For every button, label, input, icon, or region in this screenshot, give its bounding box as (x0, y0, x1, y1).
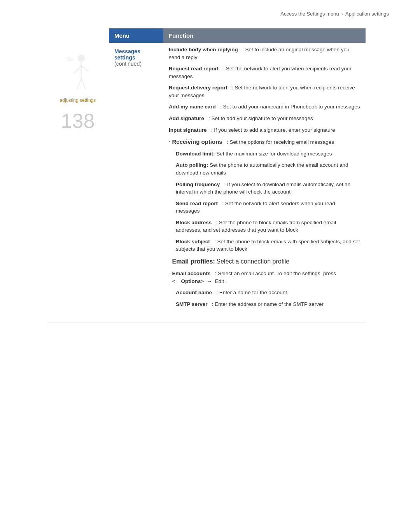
page-number: 138 (61, 109, 95, 133)
figure-icon (62, 52, 93, 94)
item-term: Add signature (169, 115, 204, 121)
item-term: Send read report (176, 201, 218, 206)
item-term: Request delivery report (169, 85, 228, 91)
svg-line-3 (81, 66, 88, 72)
item-term: Receiving options (172, 138, 222, 145)
item-desc: : Enter a name for the account (214, 290, 287, 295)
list-item: Send read report : Set the network to al… (176, 200, 360, 215)
breadcrumb: Access the Settings menu › Application s… (0, 0, 420, 24)
item-term: Request read report (169, 66, 219, 72)
breadcrumb-step1: Access the Settings menu (280, 11, 339, 17)
menu-label: Messages settings (114, 48, 140, 61)
list-item: - Receiving options : Set the options fo… (169, 138, 360, 146)
function-cell: Include body when replying : Set to incl… (163, 43, 366, 315)
table-row-main: Messages settings (continued) Include bo… (109, 43, 366, 315)
list-item: - Email profiles: Select a connection pr… (169, 257, 360, 266)
list-item: - Email accounts : Select an email accou… (169, 270, 360, 285)
menu-continued: (continued) (114, 61, 142, 67)
item-term: Email accounts (172, 271, 211, 276)
settings-table: Menu Function Messages settings (continu… (109, 28, 366, 315)
left-panel: adjusting settings 138 (47, 28, 109, 315)
list-item: Polling frequency : If you select to dow… (176, 181, 360, 196)
item-term: Account name (176, 290, 212, 295)
item-desc: Set the maximum size for downloading mes… (216, 151, 332, 157)
list-item: Add my name card : Set to add your namec… (169, 103, 360, 111)
breadcrumb-step2: Application settings (345, 11, 389, 17)
item-term: Include body when replying (169, 47, 238, 52)
list-item: Download limit: Set the maximum size for… (176, 150, 360, 158)
item-term: Email profiles: (172, 258, 215, 265)
table-header-function: Function (163, 28, 366, 43)
item-desc: : Set to add your namecard in Phonebook … (217, 104, 360, 110)
item-term: Polling frequency (176, 182, 220, 187)
list-item: Request read report : Set the network to… (169, 65, 360, 80)
item-term: Add my name card (169, 104, 216, 110)
item-desc: Select a connection profile (217, 258, 290, 265)
adjusting-label: adjusting settings (60, 98, 96, 103)
list-item: Input signature : If you select to add a… (169, 126, 360, 134)
bullet-icon: - (169, 257, 171, 265)
menu-cell: Messages settings (continued) (109, 43, 163, 315)
bottom-divider (47, 323, 366, 323)
list-item: Block subject : Set the phone to block e… (176, 238, 360, 253)
item-desc: : If you select to add a signature, ente… (208, 127, 335, 133)
item-desc: : Set to add your signature to your mess… (206, 115, 313, 121)
bullet-icon: - (169, 270, 171, 278)
svg-line-5 (81, 79, 86, 89)
item-term: Auto polling: (176, 162, 208, 168)
list-item: Request delivery report : Set the networ… (169, 84, 360, 99)
item-term: Input signature (169, 127, 207, 133)
item-term: Block address (176, 220, 212, 225)
svg-point-0 (78, 54, 85, 61)
breadcrumb-separator: › (341, 11, 343, 17)
list-item: Add signature : Set to add your signatur… (169, 115, 360, 122)
svg-line-4 (77, 79, 81, 89)
item-term: Download limit: (176, 151, 215, 157)
item-desc: : Enter the address or name of the SMTP … (209, 301, 324, 307)
svg-line-2 (74, 66, 81, 73)
table-header-menu: Menu (109, 28, 163, 43)
list-item: Block address : Set the phone to block e… (176, 219, 360, 234)
table-container: Menu Function Messages settings (continu… (109, 28, 366, 315)
list-item: Account name : Enter a name for the acco… (176, 289, 360, 297)
bullet-icon: - (169, 138, 171, 145)
list-item: Auto polling: Set the phone to automatic… (176, 161, 360, 176)
item-term: SMTP server (176, 301, 208, 307)
item-desc: : Set the options for receiving email me… (224, 139, 334, 145)
list-item: Include body when replying : Set to incl… (169, 46, 360, 61)
list-item: SMTP server : Enter the address or name … (176, 300, 360, 308)
item-term: Block subject (176, 239, 210, 244)
